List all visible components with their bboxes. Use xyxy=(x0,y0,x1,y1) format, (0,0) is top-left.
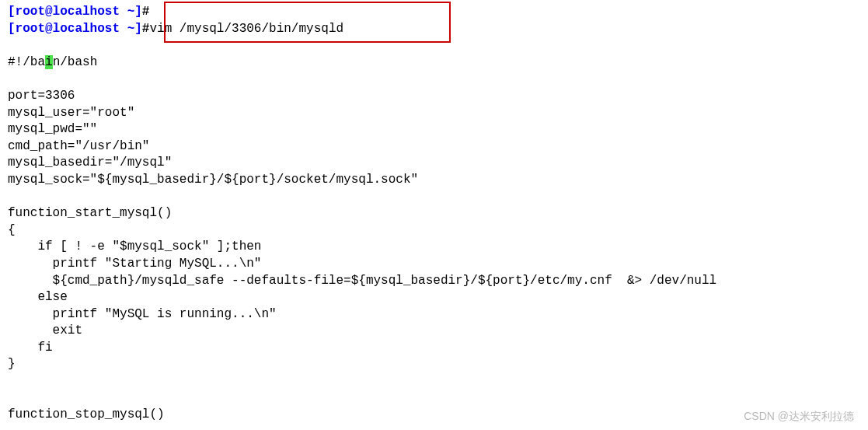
blank-line xyxy=(8,37,860,54)
script-line[interactable]: cmd_path="/usr/bin" xyxy=(8,138,860,156)
script-line[interactable]: port=3306 xyxy=(8,88,860,105)
script-line[interactable]: function_start_mysql() xyxy=(8,205,860,222)
script-line[interactable]: mysql_user="root" xyxy=(8,105,860,122)
script-line[interactable]: ${cmd_path}/mysqld_safe --defaults-file=… xyxy=(8,273,860,290)
prompt-hash: # xyxy=(142,5,150,19)
vim-command: vim /mysql/3306/bin/mysqld xyxy=(149,22,343,36)
script-line[interactable]: fi xyxy=(8,340,860,357)
script-line[interactable]: if [ ! -e "$mysql_sock" ];then xyxy=(8,239,860,256)
prompt-line-truncated: [root@localhost ~]# xyxy=(8,4,860,21)
prompt-hash: # xyxy=(142,22,150,36)
terminal-output: [root@localhost ~]# [root@localhost ~]#v… xyxy=(8,4,860,424)
script-line[interactable]: function_stop_mysql() xyxy=(8,407,860,424)
blank-line xyxy=(8,390,860,407)
shebang-post: n/bash xyxy=(53,55,98,69)
shebang-line[interactable]: #!/bain/bash xyxy=(8,54,860,72)
shell-prompt: [root@localhost ~] xyxy=(8,22,142,36)
script-line[interactable]: mysql_sock="${mysql_basedir}/${port}/soc… xyxy=(8,172,860,189)
watermark-text: CSDN @达米安利拉德 xyxy=(744,410,854,424)
script-line[interactable]: { xyxy=(8,222,860,239)
shell-prompt: [root@localhost ~] xyxy=(8,5,142,19)
blank-line xyxy=(8,373,860,390)
script-line[interactable]: } xyxy=(8,356,860,373)
blank-line xyxy=(8,189,860,206)
shebang-pre: #!/ba xyxy=(8,55,45,69)
blank-line xyxy=(8,71,860,88)
script-line[interactable]: printf "Starting MySQL...\n" xyxy=(8,256,860,273)
script-line[interactable]: mysql_pwd="" xyxy=(8,121,860,138)
prompt-line-command[interactable]: [root@localhost ~]#vim /mysql/3306/bin/m… xyxy=(8,21,860,38)
script-line[interactable]: else xyxy=(8,289,860,306)
script-line[interactable]: exit xyxy=(8,323,860,340)
script-line[interactable]: printf "MySQL is running...\n" xyxy=(8,306,860,323)
cursor: i xyxy=(45,55,53,69)
script-line[interactable]: mysql_basedir="/mysql" xyxy=(8,155,860,172)
